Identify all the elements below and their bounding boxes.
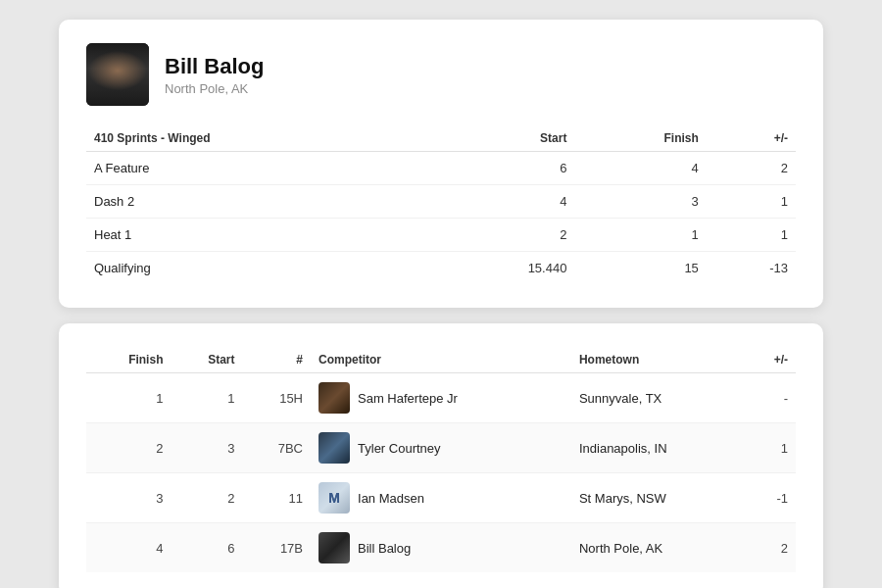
col-start-header: Start <box>431 125 574 152</box>
lb-start: 2 <box>171 473 242 523</box>
lb-hometown: Indianapolis, IN <box>571 423 746 473</box>
lb-number: 11 <box>242 473 311 523</box>
race-plusminus: 2 <box>707 152 796 185</box>
lb-finish: 2 <box>86 423 171 473</box>
competitor-avatar <box>318 432 350 464</box>
lb-finish: 1 <box>86 373 171 423</box>
race-event: A Feature <box>86 152 431 185</box>
col-finish-header: Finish <box>574 125 706 152</box>
lb-hometown: North Pole, AK <box>571 523 746 573</box>
competitor-name: Bill Balog <box>358 541 411 556</box>
race-finish: 3 <box>574 185 706 219</box>
lb-finish: 3 <box>86 473 171 523</box>
lb-competitor: M Ian Madsen <box>311 473 571 523</box>
lb-competitor: Tyler Courtney <box>311 423 571 473</box>
lb-hometown: St Marys, NSW <box>571 473 746 523</box>
race-event: Dash 2 <box>86 185 431 219</box>
lb-plusminus: 1 <box>746 423 796 473</box>
race-start: 4 <box>431 185 574 219</box>
lb-table-row: 4 6 17B Bill Balog North Pole, AK 2 <box>86 523 796 573</box>
leaderboard-card: Finish Start # Competitor Hometown +/- 1… <box>59 323 823 588</box>
lb-col-plusminus: +/- <box>746 347 796 373</box>
profile-card: Bill Balog North Pole, AK 410 Sprints - … <box>59 20 823 308</box>
lb-number: 7BC <box>242 423 311 473</box>
competitor-avatar <box>318 532 350 564</box>
race-finish: 15 <box>574 252 706 285</box>
race-results-table: 410 Sprints - Winged Start Finish +/- A … <box>86 125 796 284</box>
lb-table-row: 1 1 15H Sam Hafertepe Jr Sunnyvale, TX - <box>86 373 796 423</box>
race-finish: 4 <box>574 152 706 185</box>
lb-table-row: 3 2 11 M Ian Madsen St Marys, NSW -1 <box>86 473 796 523</box>
lb-finish: 4 <box>86 523 171 573</box>
lb-plusminus: 2 <box>746 523 796 573</box>
lb-hometown: Sunnyvale, TX <box>571 373 746 423</box>
competitor-avatar <box>318 382 350 414</box>
lb-number: 15H <box>242 373 311 423</box>
lb-competitor: Sam Hafertepe Jr <box>311 373 571 423</box>
leaderboard-table: Finish Start # Competitor Hometown +/- 1… <box>86 347 796 572</box>
race-table-row: Heat 1 2 1 1 <box>86 219 796 252</box>
lb-plusminus: -1 <box>746 473 796 523</box>
profile-header: Bill Balog North Pole, AK <box>86 43 796 106</box>
race-finish: 1 <box>574 219 706 252</box>
lb-table-row: 2 3 7BC Tyler Courtney Indianapolis, IN … <box>86 423 796 473</box>
profile-location: North Pole, AK <box>165 81 264 96</box>
profile-name: Bill Balog <box>165 54 264 79</box>
race-table-row: A Feature 6 4 2 <box>86 152 796 185</box>
race-plusminus: -13 <box>707 252 796 285</box>
race-plusminus: 1 <box>707 185 796 219</box>
competitor-avatar: M <box>318 482 350 514</box>
lb-table-header: Finish Start # Competitor Hometown +/- <box>86 347 796 373</box>
race-table-row: Qualifying 15.440 15 -13 <box>86 252 796 285</box>
race-plusminus: 1 <box>707 219 796 252</box>
race-start: 15.440 <box>431 252 574 285</box>
race-event: Heat 1 <box>86 219 431 252</box>
competitor-name: Sam Hafertepe Jr <box>358 391 458 406</box>
competitor-name: Ian Madsen <box>358 491 424 506</box>
profile-info: Bill Balog North Pole, AK <box>165 54 264 96</box>
lb-col-competitor: Competitor <box>311 347 571 373</box>
lb-col-finish: Finish <box>86 347 171 373</box>
race-start: 2 <box>431 219 574 252</box>
race-start: 6 <box>431 152 574 185</box>
lb-start: 1 <box>171 373 242 423</box>
lb-start: 3 <box>171 423 242 473</box>
lb-col-hometown: Hometown <box>571 347 746 373</box>
competitor-name: Tyler Courtney <box>358 441 441 456</box>
lb-number: 17B <box>242 523 311 573</box>
lb-start: 6 <box>171 523 242 573</box>
col-plusminus-header: +/- <box>707 125 796 152</box>
avatar <box>86 43 149 106</box>
lb-competitor: Bill Balog <box>311 523 571 573</box>
race-table-row: Dash 2 4 3 1 <box>86 185 796 219</box>
lb-plusminus: - <box>746 373 796 423</box>
race-event: Qualifying <box>86 252 431 285</box>
race-table-header: 410 Sprints - Winged Start Finish +/- <box>86 125 796 152</box>
lb-col-number: # <box>242 347 311 373</box>
lb-col-start: Start <box>171 347 242 373</box>
col-event: 410 Sprints - Winged <box>86 125 431 152</box>
